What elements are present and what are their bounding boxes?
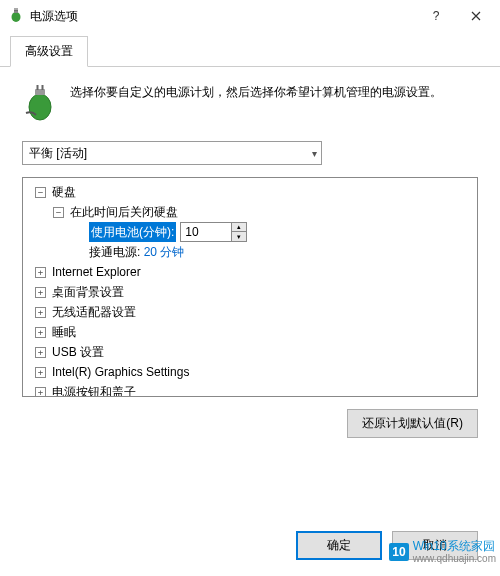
tree-node-desktop-bg[interactable]: +桌面背景设置: [25, 282, 475, 302]
power-icon: [8, 8, 24, 24]
intro-text: 选择你要自定义的电源计划，然后选择你希望计算机管理的电源设置。: [70, 83, 442, 123]
svg-rect-8: [42, 85, 44, 90]
tree-node-sleep[interactable]: +睡眠: [25, 322, 475, 342]
close-button[interactable]: [456, 2, 496, 30]
expand-icon[interactable]: +: [35, 267, 46, 278]
restore-defaults-button[interactable]: 还原计划默认值(R): [347, 409, 478, 438]
collapse-icon[interactable]: −: [53, 207, 64, 218]
tree-node-intel-gfx[interactable]: +Intel(R) Graphics Settings: [25, 362, 475, 382]
spinner-down[interactable]: ▾: [232, 232, 246, 241]
expand-icon[interactable]: +: [35, 327, 46, 338]
ok-button[interactable]: 确定: [296, 531, 382, 560]
plan-selected: 平衡 [活动]: [29, 145, 87, 162]
cancel-button[interactable]: 取消: [392, 531, 478, 560]
titlebar: 电源选项 ?: [0, 0, 500, 32]
expand-icon[interactable]: +: [35, 367, 46, 378]
tree-node-hard-disk[interactable]: − 硬盘: [25, 182, 475, 202]
tree-node-turn-off[interactable]: − 在此时间后关闭硬盘: [25, 202, 475, 222]
collapse-icon[interactable]: −: [35, 187, 46, 198]
window-title: 电源选项: [30, 8, 416, 25]
tree-node-power-buttons[interactable]: +电源按钮和盖子: [25, 382, 475, 397]
on-battery-label: 使用电池(分钟):: [89, 222, 176, 242]
chevron-down-icon: ▾: [312, 148, 317, 159]
plugged-value: 20 分钟: [144, 242, 185, 262]
expand-icon[interactable]: +: [35, 387, 46, 398]
svg-point-0: [12, 12, 21, 22]
tree-node-ie[interactable]: +Internet Explorer: [25, 262, 475, 282]
tree-node-plugged-in[interactable]: 接通电源: 20 分钟: [25, 242, 475, 262]
settings-tree[interactable]: − 硬盘 − 在此时间后关闭硬盘 使用电池(分钟): ▴ ▾ 接通电源:: [22, 177, 478, 397]
expand-icon[interactable]: +: [35, 307, 46, 318]
tabbar: 高级设置: [0, 36, 500, 67]
content-panel: 选择你要自定义的电源计划，然后选择你希望计算机管理的电源设置。 平衡 [活动] …: [0, 67, 500, 448]
tree-node-usb[interactable]: +USB 设置: [25, 342, 475, 362]
tree-node-on-battery[interactable]: 使用电池(分钟): ▴ ▾: [25, 222, 475, 242]
svg-rect-3: [17, 8, 18, 11]
tab-advanced[interactable]: 高级设置: [10, 36, 88, 67]
help-button[interactable]: ?: [416, 2, 456, 30]
svg-rect-7: [37, 85, 39, 90]
tree-node-wireless[interactable]: +无线适配器设置: [25, 302, 475, 322]
plan-dropdown[interactable]: 平衡 [活动] ▾: [22, 141, 322, 165]
svg-rect-2: [15, 8, 16, 11]
minutes-spinner[interactable]: ▴ ▾: [180, 222, 247, 242]
minutes-input[interactable]: [181, 223, 231, 241]
dialog-footer: 确定 取消: [296, 531, 478, 560]
expand-icon[interactable]: +: [35, 347, 46, 358]
intro-row: 选择你要自定义的电源计划，然后选择你希望计算机管理的电源设置。: [22, 83, 478, 123]
expand-icon[interactable]: +: [35, 287, 46, 298]
battery-icon: [22, 83, 58, 123]
